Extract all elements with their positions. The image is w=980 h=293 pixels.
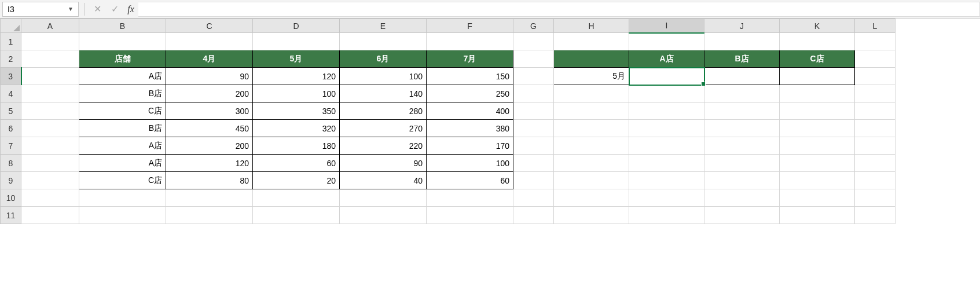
cell-A5[interactable] (21, 102, 79, 120)
cell-B11[interactable] (79, 207, 166, 224)
cell-B4[interactable]: B店 (79, 85, 166, 102)
cell-J1[interactable] (704, 33, 780, 50)
cell-I4[interactable] (629, 85, 704, 102)
cell-E10[interactable] (340, 189, 427, 207)
cell-J5[interactable] (704, 102, 780, 120)
cell-C7[interactable]: 200 (166, 137, 253, 155)
cell-C1[interactable] (166, 33, 253, 50)
cell-L11[interactable] (855, 207, 895, 224)
cell-F2[interactable]: 7月 (427, 50, 513, 68)
cell-H9[interactable] (554, 172, 629, 189)
cell-E3[interactable]: 100 (340, 68, 427, 85)
fx-icon[interactable]: fx (123, 2, 138, 17)
row-header-2[interactable]: 2 (1, 50, 21, 68)
col-header-J[interactable]: J (704, 19, 780, 33)
cell-E5[interactable]: 280 (340, 102, 427, 120)
cell-D5[interactable]: 350 (253, 102, 340, 120)
cell-K6[interactable] (780, 120, 855, 137)
cell-G11[interactable] (513, 207, 554, 224)
cell-K7[interactable] (780, 137, 855, 155)
cell-F10[interactable] (427, 189, 513, 207)
cell-D7[interactable]: 180 (253, 137, 340, 155)
col-header-A[interactable]: A (21, 19, 79, 33)
row-header-10[interactable]: 10 (1, 189, 21, 207)
row-header-7[interactable]: 7 (1, 137, 21, 155)
cell-K5[interactable] (780, 102, 855, 120)
cell-L3[interactable] (855, 68, 895, 85)
cell-D9[interactable]: 20 (253, 172, 340, 189)
cell-F7[interactable]: 170 (427, 137, 513, 155)
col-header-D[interactable]: D (253, 19, 340, 33)
cell-J9[interactable] (704, 172, 780, 189)
cell-C5[interactable]: 300 (166, 102, 253, 120)
cell-G7[interactable] (513, 137, 554, 155)
cell-I1[interactable] (629, 33, 704, 50)
cell-F9[interactable]: 60 (427, 172, 513, 189)
cell-L7[interactable] (855, 137, 895, 155)
cell-E6[interactable]: 270 (340, 120, 427, 137)
col-header-C[interactable]: C (166, 19, 253, 33)
cell-G3[interactable] (513, 68, 554, 85)
cell-K1[interactable] (780, 33, 855, 50)
cell-L2[interactable] (855, 50, 895, 68)
cell-H1[interactable] (554, 33, 629, 50)
cell-H11[interactable] (554, 207, 629, 224)
cell-I8[interactable] (629, 155, 704, 172)
cell-K10[interactable] (780, 189, 855, 207)
col-header-G[interactable]: G (513, 19, 554, 33)
cell-B10[interactable] (79, 189, 166, 207)
cell-D1[interactable] (253, 33, 340, 50)
cell-C8[interactable]: 120 (166, 155, 253, 172)
cell-I10[interactable] (629, 189, 704, 207)
cell-A1[interactable] (21, 33, 79, 50)
cell-A8[interactable] (21, 155, 79, 172)
name-box-dropdown-icon[interactable]: ▼ (68, 6, 74, 12)
cell-F11[interactable] (427, 207, 513, 224)
row-header-9[interactable]: 9 (1, 172, 21, 189)
cell-A10[interactable] (21, 189, 79, 207)
cell-J2[interactable]: B店 (704, 50, 780, 68)
cell-C10[interactable] (166, 189, 253, 207)
cell-G2[interactable] (513, 50, 554, 68)
cell-C6[interactable]: 450 (166, 120, 253, 137)
cell-L4[interactable] (855, 85, 895, 102)
cell-D4[interactable]: 100 (253, 85, 340, 102)
cell-H7[interactable] (554, 137, 629, 155)
cell-J11[interactable] (704, 207, 780, 224)
cell-G9[interactable] (513, 172, 554, 189)
cell-C4[interactable]: 200 (166, 85, 253, 102)
cell-J7[interactable] (704, 137, 780, 155)
cell-B3[interactable]: A店 (79, 68, 166, 85)
cell-K8[interactable] (780, 155, 855, 172)
cell-C11[interactable] (166, 207, 253, 224)
cell-G8[interactable] (513, 155, 554, 172)
cell-I11[interactable] (629, 207, 704, 224)
col-header-I[interactable]: I (629, 19, 704, 33)
cell-F4[interactable]: 250 (427, 85, 513, 102)
row-header-6[interactable]: 6 (1, 120, 21, 137)
cell-A3[interactable] (21, 68, 79, 85)
cell-K3[interactable] (780, 68, 855, 85)
cell-J8[interactable] (704, 155, 780, 172)
cell-J3[interactable] (704, 68, 780, 85)
col-header-K[interactable]: K (780, 19, 855, 33)
cell-J4[interactable] (704, 85, 780, 102)
cell-L9[interactable] (855, 172, 895, 189)
cell-B5[interactable]: C店 (79, 102, 166, 120)
select-all-corner[interactable] (1, 19, 21, 33)
col-header-E[interactable]: E (340, 19, 427, 33)
cell-F6[interactable]: 380 (427, 120, 513, 137)
cell-H6[interactable] (554, 120, 629, 137)
row-header-5[interactable]: 5 (1, 102, 21, 120)
cell-I7[interactable] (629, 137, 704, 155)
cell-D10[interactable] (253, 189, 340, 207)
cell-D11[interactable] (253, 207, 340, 224)
cell-G6[interactable] (513, 120, 554, 137)
cell-D8[interactable]: 60 (253, 155, 340, 172)
cell-D3[interactable]: 120 (253, 68, 340, 85)
cell-A11[interactable] (21, 207, 79, 224)
col-header-F[interactable]: F (427, 19, 513, 33)
cell-E4[interactable]: 140 (340, 85, 427, 102)
row-header-4[interactable]: 4 (1, 85, 21, 102)
cell-F5[interactable]: 400 (427, 102, 513, 120)
